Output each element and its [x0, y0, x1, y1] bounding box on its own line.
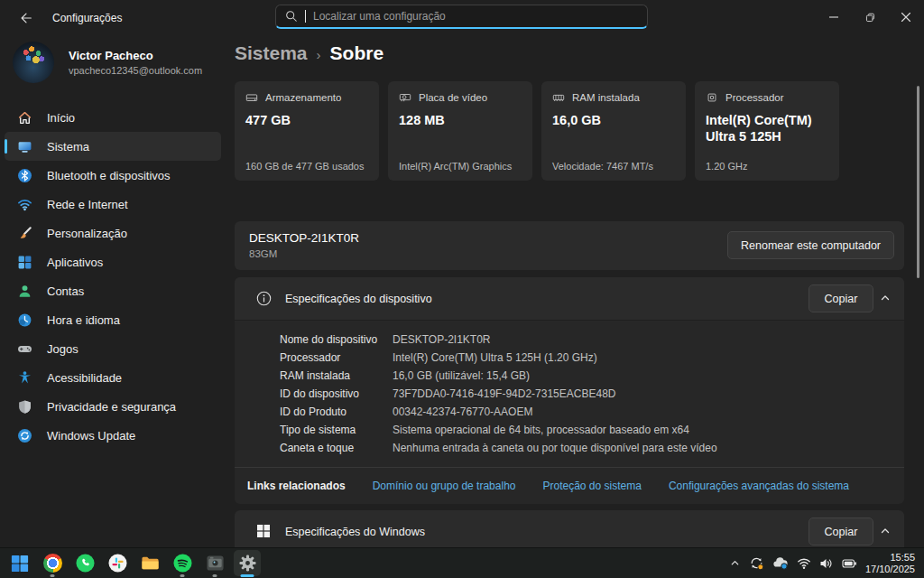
storage-card: Armazenamento 477 GB 160 GB de 477 GB us…	[235, 81, 379, 181]
minimize-button[interactable]	[816, 0, 852, 34]
copy-windows-specs-button[interactable]: Copiar	[808, 517, 873, 545]
taskbar-file-explorer[interactable]	[134, 548, 166, 578]
text-caret	[305, 10, 306, 23]
profile-name: Victor Pacheco	[69, 49, 202, 62]
restore-icon	[864, 12, 876, 23]
cpu-card: Processador Intel(R) Core(TM) Ultra 5 12…	[695, 81, 839, 181]
device-group: 83GM	[249, 248, 277, 259]
restore-button[interactable]	[852, 0, 888, 34]
related-links-label: Links relacionados	[247, 480, 346, 492]
spotify-icon	[173, 554, 192, 573]
chevron-up-icon	[880, 293, 891, 303]
home-icon	[17, 110, 32, 126]
settings-gear-icon	[238, 554, 257, 573]
breadcrumb-separator: ›	[317, 47, 321, 62]
card-detail: 1.20 GHz	[706, 161, 832, 172]
sidebar-item-rede[interactable]: Rede e Internet	[5, 190, 221, 219]
camera-icon	[206, 554, 225, 573]
sidebar-item-acessibilidade[interactable]: Acessibilidade	[5, 363, 221, 392]
gpu-icon	[399, 91, 411, 104]
sidebar-item-windows-update[interactable]: Windows Update	[5, 421, 221, 450]
card-detail: 160 GB de 477 GB usados	[245, 161, 372, 172]
spec-row: Tipo de sistemaSistema operacional de 64…	[280, 421, 886, 439]
close-button[interactable]	[888, 0, 924, 34]
sidebar-item-inicio[interactable]: Início	[5, 103, 221, 132]
gpu-card: Placa de vídeo 128 MB Intel(R) Arc(TM) G…	[388, 81, 532, 181]
spec-row: ID do Produto00342-42374-76770-AAOEM	[280, 403, 886, 421]
card-label: Processador	[725, 92, 784, 103]
taskbar-whatsapp[interactable]	[69, 548, 101, 578]
spec-row: RAM instalada16,0 GB (utilizável: 15,4 G…	[280, 367, 886, 385]
tray-onedrive-icon[interactable]	[772, 556, 789, 570]
sidebar-item-bluetooth[interactable]: Bluetooth e dispositivos	[5, 161, 221, 190]
windows-specs-header[interactable]: Especificações do Windows Copiar	[235, 510, 904, 553]
tray-date: 17/10/2025	[865, 564, 915, 575]
taskbar-spotify[interactable]	[166, 548, 199, 578]
slack-icon	[108, 554, 127, 573]
running-indicator	[180, 574, 185, 577]
sidebar-item-label: Jogos	[47, 342, 79, 356]
sidebar-item-personalizacao[interactable]: Personalização	[5, 219, 221, 247]
system-tray: 15:55 17/10/2025	[729, 548, 924, 578]
card-label: Armazenamento	[265, 92, 341, 103]
copy-device-specs-button[interactable]: Copiar	[808, 284, 873, 312]
taskbar-slack[interactable]	[101, 548, 134, 578]
spec-row: ID do dispositivo73F7DDA0-7416-419F-94D2…	[280, 385, 886, 403]
device-specs-table: Nome do dispositivoDESKTOP-2I1KT0R Proce…	[280, 331, 886, 457]
ram-icon	[552, 91, 565, 104]
collapse-device-specs-button[interactable]	[873, 286, 897, 310]
chevron-up-icon	[880, 526, 891, 536]
taskbar-camera[interactable]	[199, 548, 231, 578]
card-detail: Velocidade: 7467 MT/s	[552, 161, 679, 172]
tray-wifi-icon[interactable]	[797, 557, 811, 570]
windows-specs-title: Especificações do Windows	[285, 526, 425, 538]
sidebar-item-label: Hora e idioma	[47, 313, 120, 327]
cpu-icon	[706, 91, 718, 104]
sidebar-item-hora-idioma[interactable]: Hora e idioma	[5, 305, 221, 334]
sidebar-item-aplicativos[interactable]: Aplicativos	[5, 247, 221, 276]
tray-sync-icon[interactable]	[749, 555, 764, 571]
sidebar-item-jogos[interactable]: Jogos	[5, 334, 221, 363]
taskbar-settings[interactable]	[231, 548, 263, 578]
chrome-icon	[43, 554, 62, 573]
sidebar-item-label: Personalização	[47, 227, 127, 240]
sidebar-item-sistema[interactable]: Sistema	[5, 132, 221, 161]
link-system-protection[interactable]: Proteção do sistema	[542, 480, 641, 492]
apps-icon	[17, 255, 32, 270]
sidebar-item-contas[interactable]: Contas	[5, 276, 221, 305]
card-label: Placa de vídeo	[419, 92, 487, 103]
device-name-row: DESKTOP-2I1KT0R 83GM Renomear este compu…	[235, 221, 904, 270]
spec-row: Nome do dispositivoDESKTOP-2I1KT0R	[280, 331, 886, 349]
taskbar-chrome[interactable]	[36, 548, 69, 578]
window-controls	[816, 0, 924, 34]
tray-battery-icon[interactable]	[842, 558, 857, 569]
spec-row: Caneta e toqueNenhuma entrada à caneta o…	[280, 439, 886, 457]
sidebar-item-privacidade[interactable]: Privacidade e segurança	[5, 392, 221, 421]
tray-chevron-up-icon[interactable]	[729, 557, 741, 569]
account-profile[interactable]: Victor Pacheco vpacheco12345@outlook.com	[13, 42, 202, 83]
close-icon	[901, 12, 911, 23]
link-advanced-system-settings[interactable]: Configurações avançadas do sistema	[669, 480, 849, 492]
tray-volume-icon[interactable]	[819, 557, 834, 570]
profile-email: vpacheco12345@outlook.com	[69, 65, 202, 76]
back-button[interactable]	[13, 7, 40, 29]
device-name: DESKTOP-2I1KT0R	[249, 231, 359, 245]
rename-pc-button[interactable]: Renomear este computador	[727, 231, 894, 259]
privacy-icon	[17, 399, 32, 415]
tray-time: 15:55	[865, 552, 915, 564]
taskbar-clock[interactable]: 15:55 17/10/2025	[865, 552, 915, 575]
search-input[interactable]: Localizar uma configuração	[275, 5, 648, 29]
accounts-icon	[17, 284, 32, 299]
start-button[interactable]	[4, 548, 36, 578]
sidebar-item-label: Sistema	[47, 140, 89, 154]
sidebar-item-label: Início	[47, 111, 75, 125]
sidebar-nav: Início Sistema Bluetooth e dispositivos …	[5, 103, 221, 450]
scrollbar-thumb[interactable]	[917, 86, 919, 278]
collapse-windows-specs-button[interactable]	[873, 519, 897, 543]
breadcrumb-parent[interactable]: Sistema	[235, 42, 308, 64]
device-specs-header[interactable]: Especificações do dispositivo Copiar	[235, 277, 904, 321]
search-icon	[285, 10, 298, 23]
active-indicator	[241, 574, 254, 577]
link-domain-workgroup[interactable]: Domínio ou grupo de trabalho	[373, 480, 516, 492]
back-arrow-icon	[19, 11, 33, 25]
